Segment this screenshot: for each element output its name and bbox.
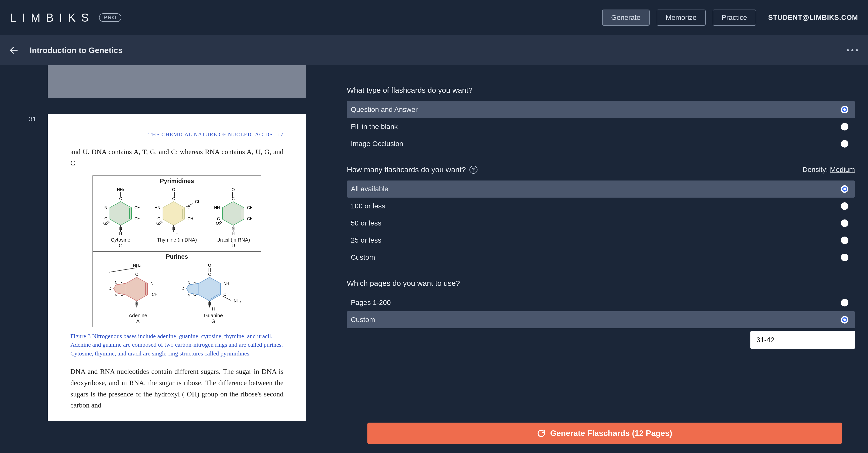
radio-icon (841, 237, 848, 244)
svg-text:O: O (172, 187, 175, 192)
svg-text:C: C (217, 217, 220, 221)
help-icon[interactable]: ? (469, 166, 477, 174)
option-25-or-less[interactable]: 25 or less (347, 232, 855, 249)
radio-icon (841, 123, 848, 130)
svg-text:CH₃: CH₃ (195, 200, 199, 204)
option-count-custom[interactable]: Custom (347, 249, 855, 266)
page-body-text: DNA and RNA nucleotides contain differen… (70, 366, 283, 411)
option-pages-custom[interactable]: Custom (347, 311, 855, 328)
practice-nav-button[interactable]: Practice (713, 9, 756, 26)
option-question-answer[interactable]: Question and Answer (347, 101, 855, 118)
custom-pages-input[interactable] (750, 331, 855, 349)
svg-marker-19 (163, 202, 184, 225)
svg-text:O: O (208, 263, 211, 268)
svg-text:CH: CH (187, 217, 193, 221)
pages-options: Pages 1-200 Custom (347, 294, 855, 349)
svg-text:C: C (223, 292, 226, 297)
svg-line-70 (222, 296, 231, 300)
svg-text:HN: HN (214, 206, 220, 210)
svg-text:N: N (151, 281, 154, 285)
more-menu-icon[interactable] (844, 47, 861, 54)
radio-icon (841, 202, 848, 210)
flashcard-type-heading: What type of flashcards do you want? (347, 86, 855, 94)
page-title: Introduction to Genetics (30, 46, 123, 55)
svg-text:HN: HN (155, 206, 160, 210)
svg-text:NH₂: NH₂ (133, 263, 140, 268)
svg-text:C: C (104, 217, 107, 221)
density-setting: Density: Medium (802, 166, 855, 174)
radio-icon (841, 299, 848, 306)
page-number: 31 (29, 115, 36, 123)
svg-marker-50 (126, 277, 148, 301)
svg-marker-4 (110, 202, 131, 225)
svg-text:CH: CH (247, 217, 252, 221)
svg-text:NH₂: NH₂ (117, 187, 124, 192)
radio-icon (841, 185, 848, 193)
svg-text:C: C (119, 197, 122, 201)
svg-text:NH: NH (223, 281, 229, 285)
svg-line-48 (109, 268, 137, 272)
cytosine-molecule: NH₂ C N CH CH C O N (102, 187, 140, 249)
svg-text:C: C (135, 272, 138, 276)
svg-text:C: C (158, 217, 161, 221)
pyrimidines-title: Pyrimidines (93, 176, 261, 186)
svg-text:N: N (115, 293, 117, 297)
svg-text:N: N (115, 280, 117, 284)
radio-icon (841, 140, 848, 148)
figure-caption: Figure 3 Nitrogenous bases include adeni… (70, 332, 283, 358)
document-preview-pane[interactable]: 31 THE CHEMICAL NATURE OF NUCLEIC ACIDS … (0, 65, 347, 453)
density-value[interactable]: Medium (830, 166, 855, 174)
option-100-or-less[interactable]: 100 or less (347, 198, 855, 215)
svg-text:CH: CH (152, 292, 158, 297)
adenine-molecule: NH₂ C N N CH C HC N N (109, 263, 167, 324)
radio-icon (841, 106, 848, 113)
user-email[interactable]: STUDENT@LIMBIKS.COM (768, 13, 858, 22)
svg-text:C: C (208, 272, 211, 276)
page-intro-text: and U. DNA contains A, T, G, and C; wher… (70, 146, 283, 169)
svg-text:N: N (104, 206, 107, 210)
radio-icon (841, 219, 848, 227)
svg-text:N: N (188, 280, 190, 284)
option-all-available[interactable]: All available (347, 181, 855, 198)
radio-icon (841, 254, 848, 261)
generate-nav-button[interactable]: Generate (602, 9, 650, 26)
bases-diagram: Pyrimidines NH₂ C N CH CH C (92, 176, 261, 327)
svg-marker-36 (222, 202, 244, 225)
option-fill-blank[interactable]: Fill in the blank (347, 118, 855, 135)
page-running-header: THE CHEMICAL NATURE OF NUCLEIC ACIDS | 1… (70, 131, 283, 138)
breadcrumb-bar: Introduction to Genetics (0, 35, 868, 65)
guanine-molecule: O C N NH C NH₂ C HC (182, 263, 245, 324)
svg-text:NH₂: NH₂ (234, 299, 241, 303)
memorize-nav-button[interactable]: Memorize (657, 9, 706, 26)
thymine-molecule: O C HN C CH₃ CH C O (155, 187, 199, 249)
svg-marker-66 (199, 277, 220, 301)
flashcard-type-options: Question and Answer Fill in the blank Im… (347, 101, 855, 152)
svg-text:CH: CH (134, 206, 140, 210)
top-header: LIMBIKS PRO Generate Memorize Practice S… (0, 0, 868, 35)
refresh-icon (537, 429, 546, 438)
svg-text:CH: CH (247, 206, 252, 210)
svg-text:C: C (173, 197, 176, 201)
purines-title: Purines (93, 252, 261, 262)
back-arrow-icon[interactable] (7, 44, 20, 57)
generation-form: What type of flashcards do you want? Que… (347, 65, 868, 453)
svg-text:CH: CH (134, 217, 140, 221)
radio-icon (841, 316, 848, 324)
generate-flashcards-button[interactable]: Generate Flaschards (12 Pages) (367, 423, 842, 444)
svg-text:N: N (188, 293, 190, 297)
brand-logo: LIMBIKS (10, 11, 94, 24)
uracil-molecule: O C HN CH CH C O (214, 187, 252, 249)
svg-text:O: O (232, 187, 235, 192)
pages-heading: Which pages do you want to use? (347, 279, 855, 288)
flashcard-count-options: All available 100 or less 50 or less 25 … (347, 181, 855, 266)
svg-text:C: C (232, 197, 235, 201)
option-image-occlusion[interactable]: Image Occlusion (347, 135, 855, 152)
svg-text:HC: HC (182, 286, 184, 291)
prev-page-stub (48, 65, 306, 98)
document-page: THE CHEMICAL NATURE OF NUCLEIC ACIDS | 1… (48, 114, 306, 421)
pro-badge: PRO (99, 13, 122, 22)
svg-text:HC: HC (109, 286, 111, 291)
flashcard-count-heading: How many flashcards do you want? ? Densi… (347, 165, 855, 174)
option-pages-all[interactable]: Pages 1-200 (347, 294, 855, 311)
option-50-or-less[interactable]: 50 or less (347, 215, 855, 232)
